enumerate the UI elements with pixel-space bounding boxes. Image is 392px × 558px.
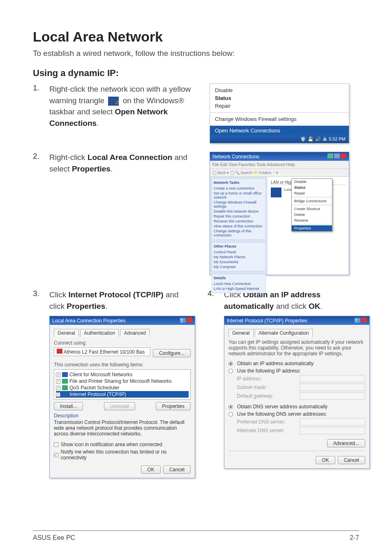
radio-obtain-dns[interactable]: Obtain DNS server address automatically	[228, 404, 365, 410]
notify-row-2[interactable]: ✓Notify me when this connection has limi…	[54, 449, 191, 461]
window-buttons[interactable]: ?	[354, 317, 367, 324]
ctx-status[interactable]: Status	[292, 185, 332, 190]
bold-text: Properties	[72, 164, 111, 173]
ip-input[interactable]	[300, 375, 365, 382]
ctx-rename[interactable]: Rename	[292, 218, 332, 223]
ok-button[interactable]: OK	[316, 456, 335, 464]
components-list[interactable]: ✓Client for Microsoft Networks ✓File and…	[54, 369, 191, 400]
tray-icon: 🔊	[315, 137, 321, 142]
radio-use-dns[interactable]: Use the following DNS server addresses:	[228, 411, 365, 417]
ctx-delete[interactable]: Delete	[292, 212, 332, 218]
tab-advanced[interactable]: Advanced	[120, 329, 149, 337]
list-item[interactable]: ✓QoS Packet Scheduler	[56, 384, 189, 391]
side-row[interactable]: Change settings of this connection	[214, 229, 264, 238]
tray-network-icon[interactable]: 🖧	[323, 137, 327, 142]
lan-icon	[271, 188, 281, 197]
tabs[interactable]: General Alternate Configuration	[228, 329, 365, 337]
footer-right: 2-7	[350, 534, 359, 542]
ctx-bridge[interactable]: Bridge Connections	[292, 198, 332, 204]
ctx-shortcut[interactable]: Create Shortcut	[292, 206, 332, 212]
component-icon	[62, 385, 68, 390]
side-head-network-tasks: Network Tasks	[214, 181, 264, 185]
window-menubar[interactable]: File Edit View Favorites Tools Advanced …	[210, 161, 349, 169]
menu-item-status[interactable]: Status	[215, 94, 344, 102]
page-title: Local Area Network	[33, 29, 359, 45]
connect-using-label: Connect using:	[54, 340, 191, 346]
dns-row: Alternate DNS server:	[237, 427, 365, 434]
menu-item-repair[interactable]: Repair	[215, 102, 344, 110]
side-row[interactable]: Control Panel	[214, 250, 264, 255]
ctx-disable[interactable]: Disable	[292, 179, 332, 185]
text-frag: .	[320, 302, 322, 310]
configure-button[interactable]: Configure...	[153, 349, 191, 357]
system-tray: 🛡️ 💾 🔊 🖧 5:52 PM	[210, 135, 349, 143]
radio-icon[interactable]	[228, 405, 233, 409]
tray-icon: 🛡️	[300, 137, 306, 142]
text-frag: Click	[49, 290, 68, 299]
tab-authentication[interactable]: Authentication	[80, 329, 119, 337]
window-buttons[interactable]: ?	[179, 317, 192, 324]
install-button[interactable]: Install...	[54, 402, 83, 410]
side-row[interactable]: Set up a home or small office network	[214, 191, 264, 200]
cancel-button[interactable]: Cancel	[163, 465, 191, 474]
dns1-input[interactable]	[300, 418, 365, 426]
uses-label: This connection uses the following items…	[54, 362, 191, 368]
side-row[interactable]: My Documents	[214, 259, 264, 264]
side-row[interactable]: Rename this connection	[214, 219, 264, 224]
cancel-button[interactable]: Cancel	[338, 456, 365, 464]
tab-general[interactable]: General	[54, 329, 79, 337]
advanced-button[interactable]: Advanced...	[327, 439, 365, 447]
side-row[interactable]: My Network Places	[214, 255, 264, 259]
checkbox-icon[interactable]: ✓	[56, 392, 60, 397]
window-buttons[interactable]	[327, 153, 346, 160]
menu-item-disable[interactable]: Disable	[215, 86, 344, 94]
adapter-dropdown[interactable]: Atheros L2 Fast Ethernet 10/100 Bas	[54, 347, 150, 356]
properties-button[interactable]: Properties	[156, 402, 191, 410]
ok-button[interactable]: OK	[141, 465, 160, 474]
dialog-title: Local Area Connection Properties	[52, 318, 126, 324]
dns2-input[interactable]	[300, 427, 365, 434]
tab-altconfig[interactable]: Alternate Configuration	[255, 329, 313, 337]
side-row[interactable]: My Computer	[214, 264, 264, 269]
radio-use-ip[interactable]: Use the following IP address:	[228, 368, 365, 374]
radio-obtain-ip[interactable]: Obtain an IP address automatically	[228, 361, 365, 366]
list-item-tcpip[interactable]: ✓Internet Protocol (TCP/IP)	[56, 391, 189, 398]
subnet-input[interactable]	[300, 384, 365, 391]
list-item[interactable]: ✓Client for Microsoft Networks	[56, 371, 189, 378]
notify-row-1[interactable]: Show icon in notification area when conn…	[54, 442, 191, 447]
side-row[interactable]: Repair this connection	[214, 214, 264, 219]
intro-text: To establish a wired network, follow the…	[33, 49, 359, 58]
side-row[interactable]: View status of this connection	[214, 224, 264, 229]
radio-icon[interactable]	[228, 369, 233, 373]
gateway-input[interactable]	[300, 392, 365, 400]
side-row[interactable]: Create a new connection	[214, 186, 264, 191]
side-row[interactable]: Disable this network device	[214, 209, 264, 214]
checkbox-icon[interactable]: ✓	[56, 379, 60, 384]
radio-icon[interactable]	[228, 361, 233, 366]
ctx-properties[interactable]: Properties	[292, 225, 332, 231]
network-connections-window: Network Connections File Edit View Favor…	[210, 152, 349, 275]
checkbox-icon[interactable]: ✓	[54, 453, 58, 457]
window-toolbar[interactable]: ◯ Back ▾ ◯ 🔍 Search 📁 Folders ⋮▾	[210, 169, 349, 177]
tab-general[interactable]: General	[228, 329, 254, 337]
bold-text: OK	[309, 302, 321, 310]
checkbox-icon[interactable]: ✓	[56, 373, 60, 377]
step-2: 2. Right-click Local Area Connection and…	[33, 152, 193, 174]
uninstall-button[interactable]: Uninstall	[104, 402, 135, 410]
ctx-repair[interactable]: Repair	[292, 190, 332, 196]
side-row: Local Area Connection	[214, 281, 264, 286]
step-number: 3.	[33, 289, 49, 298]
context-menu-screenshot: Disable Status Repair Change Windows Fir…	[210, 83, 349, 144]
tabs[interactable]: General Authentication Advanced	[54, 329, 191, 337]
footer-left: ASUS Eee PC	[33, 534, 75, 542]
checkbox-icon[interactable]: ✓	[56, 386, 60, 390]
list-item[interactable]: ✓File and Printer Sharing for Microsoft …	[56, 378, 189, 384]
menu-item-open-network-connections[interactable]: Open Network Connections	[210, 126, 349, 135]
sidebar: Network Tasks Create a new connection Se…	[210, 177, 267, 275]
checkbox-icon[interactable]	[54, 442, 58, 447]
radio-icon[interactable]	[228, 412, 233, 417]
step-2-text: Right-click Local Area Connection and se…	[49, 152, 193, 174]
step-1: 1. Right-click the network icon with a y…	[33, 83, 193, 129]
side-row[interactable]: Change Windows Firewall settings	[214, 200, 264, 209]
menu-item-firewall[interactable]: Change Windows Firewall settings	[215, 115, 344, 123]
